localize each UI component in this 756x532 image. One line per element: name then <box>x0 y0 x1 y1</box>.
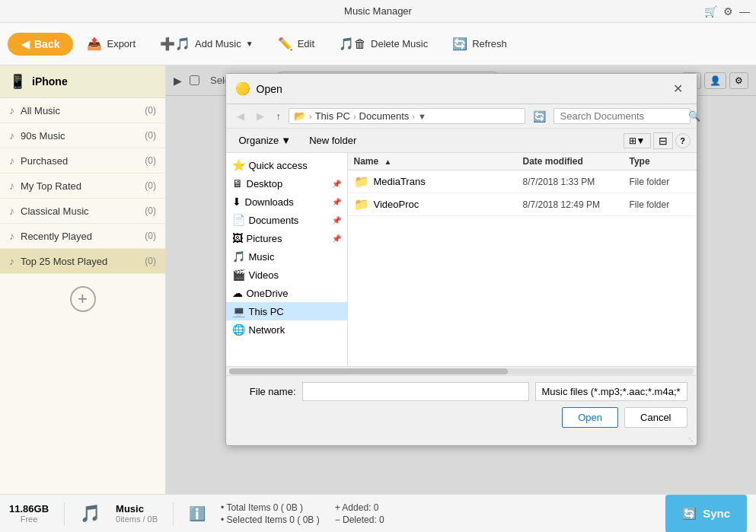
add-music-icon: ➕🎵 <box>160 37 190 51</box>
dialog-scrollbar[interactable] <box>226 366 697 375</box>
dialog-view-toggle-button[interactable]: ⊞▼ <box>624 133 651 148</box>
main-layout: 📱 iPhone ♪ All Music (0) ♪ 90s Music (0)… <box>0 65 756 494</box>
sidebar-label-top-25: Top 25 Most Played <box>21 256 145 267</box>
tree-label-desktop: Desktop <box>247 178 328 190</box>
tree-item-videos[interactable]: 🎬 Videos <box>226 266 347 284</box>
tree-item-desktop[interactable]: 🖥 Desktop 📌 <box>226 174 347 193</box>
tree-item-pictures[interactable]: 🖼 Pictures 📌 <box>226 229 347 247</box>
total-items-text: • Total Items 0 ( 0B ) <box>221 502 320 513</box>
sync-icon: 🔄 <box>682 507 697 521</box>
sidebar-count-top-25: (0) <box>145 256 156 266</box>
music-note-icon: ♪ <box>9 104 14 116</box>
breadcrumb-documents[interactable]: Documents <box>359 110 410 122</box>
this-pc-icon: 💻 <box>232 305 245 317</box>
nav-back-button[interactable]: ◀ <box>232 109 249 123</box>
dialog-close-button[interactable]: ✕ <box>668 80 687 97</box>
back-button[interactable]: ◀ Back <box>8 33 73 56</box>
filelist-row-videoproc[interactable]: 📁 VideoProc 8/7/2018 12:49 PM File folde… <box>348 193 697 216</box>
add-music-button[interactable]: ➕🎵 Add Music ▼ <box>149 32 264 56</box>
tree-item-music[interactable]: 🎵 Music <box>226 247 347 266</box>
sidebar-item-90s-music[interactable]: ♪ 90s Music (0) <box>0 123 165 148</box>
export-button[interactable]: 📤 Export <box>76 32 146 56</box>
export-icon: 📤 <box>87 37 102 51</box>
quick-access-icon: ⭐ <box>232 159 245 171</box>
tree-item-network[interactable]: 🌐 Network <box>226 320 347 339</box>
dialog-search-input[interactable] <box>560 110 688 122</box>
app-title: Music Manager <box>344 5 412 17</box>
nav-forward-button[interactable]: ▶ <box>252 109 269 123</box>
dialog-body: ⭐ Quick access 🖥 Desktop 📌 ⬇ Downloads 📌 <box>226 153 697 366</box>
dialog-cancel-button[interactable]: Cancel <box>624 407 687 428</box>
selected-items-text: • Selected Items 0 ( 0B ) <box>221 514 320 525</box>
sidebar-label-90s: 90s Music <box>21 130 145 142</box>
organize-label: Organize <box>239 135 279 146</box>
delete-music-icon: 🎵🗑 <box>339 37 366 51</box>
folder-icon-videoproc: 📁 <box>354 197 369 212</box>
tree-label-quick-access: Quick access <box>249 160 341 171</box>
music-info: Music 0items / 0B <box>116 503 158 524</box>
dialog-open-button[interactable]: Open <box>562 407 618 428</box>
tree-item-onedrive[interactable]: ☁ OneDrive <box>226 284 347 302</box>
cart-icon[interactable]: 🛒 <box>704 5 717 18</box>
tree-label-videos: Videos <box>249 269 341 281</box>
sidebar-item-all-music[interactable]: ♪ All Music (0) <box>0 98 165 123</box>
tree-item-downloads[interactable]: ⬇ Downloads 📌 <box>226 193 347 211</box>
purchased-icon: ♪ <box>9 155 14 167</box>
downloads-pin-icon: 📌 <box>332 198 341 206</box>
dialog-search-box: 🔍 <box>553 108 691 124</box>
dialog-footer: File name: Music files (*.mp3;*.aac;*.m4… <box>226 375 697 434</box>
minimize-button[interactable]: — <box>739 5 750 18</box>
breadcrumb-dropdown-button[interactable]: ▼ <box>418 112 426 121</box>
refresh-button[interactable]: 🔄 Refresh <box>442 32 518 56</box>
sync-button[interactable]: 🔄 Sync <box>665 495 747 533</box>
file-type-select[interactable]: Music files (*.mp3;*.aac;*.m4a;* <box>535 382 687 401</box>
breadcrumb-root: 📂 <box>294 110 306 122</box>
dialog-nav: ◀ ▶ ↑ 📂 › This PC › Documents › ▼ 🔄 <box>226 104 697 129</box>
sidebar-item-purchased[interactable]: ♪ Purchased (0) <box>0 148 165 174</box>
filelist-row-mediatrans[interactable]: 📁 MediaTrans 8/7/2018 1:33 PM File folde… <box>348 170 697 193</box>
delete-music-button[interactable]: 🎵🗑 Delete Music <box>328 32 439 56</box>
main-toolbar: ◀ Back 📤 Export ➕🎵 Add Music ▼ ✏️ Edit 🎵… <box>0 23 756 65</box>
desktop-icon: 🖥 <box>232 177 243 190</box>
nav-up-button[interactable]: ↑ <box>272 109 286 123</box>
sidebar-item-recently-played[interactable]: ♪ Recently Played (0) <box>0 224 165 249</box>
sidebar-label-classical: Classical Music <box>21 205 145 217</box>
storage-info: 11.86GB Free <box>9 503 49 524</box>
dialog-resize-handle[interactable]: ⤡ <box>226 434 697 445</box>
divider-2 <box>173 502 174 525</box>
tree-item-this-pc[interactable]: 💻 This PC <box>226 302 347 320</box>
dialog-preview-pane-button[interactable]: ⊟ <box>653 132 673 149</box>
tree-item-documents[interactable]: 📄 Documents 📌 <box>226 211 347 229</box>
classical-icon: ♪ <box>9 205 14 217</box>
col-name-header[interactable]: Name ▲ <box>354 156 523 167</box>
breadcrumb-this-pc[interactable]: This PC <box>315 110 350 122</box>
storage-size: 11.86GB <box>9 503 49 514</box>
sidebar-item-classical[interactable]: ♪ Classical Music (0) <box>0 199 165 224</box>
sidebar-item-top-25[interactable]: ♪ Top 25 Most Played (0) <box>0 249 165 274</box>
col-type-header[interactable]: Type <box>630 156 691 167</box>
tree-item-quick-access[interactable]: ⭐ Quick access <box>226 156 347 174</box>
sidebar-count-purchased: (0) <box>145 155 156 166</box>
status-details: • Total Items 0 ( 0B ) • Selected Items … <box>221 502 320 525</box>
file-name-input[interactable] <box>302 382 529 401</box>
dialog-refresh-button[interactable]: 🔄 <box>528 109 550 124</box>
new-folder-label: New folder <box>309 135 356 146</box>
settings-icon[interactable]: ⚙ <box>723 5 733 18</box>
new-folder-button[interactable]: New folder <box>302 132 363 149</box>
sidebar-count-top-rated: (0) <box>145 180 156 191</box>
added-text: + Added: 0 <box>335 502 384 513</box>
col-date-header[interactable]: Date modified <box>523 156 630 167</box>
tree-label-network: Network <box>249 324 341 336</box>
device-icon: 📱 <box>9 73 26 90</box>
organize-button[interactable]: Organize ▼ <box>232 132 298 149</box>
sidebar-item-top-rated[interactable]: ♪ My Top Rated (0) <box>0 174 165 199</box>
edit-button[interactable]: ✏️ Edit <box>267 32 325 56</box>
desktop-pin-icon: 📌 <box>332 180 341 188</box>
sidebar-label-recently-played: Recently Played <box>21 231 145 242</box>
file-name-videoproc: VideoProc <box>374 199 523 210</box>
add-playlist-button[interactable]: + <box>70 286 96 312</box>
downloads-icon: ⬇ <box>232 196 241 208</box>
music-label: Music <box>116 503 158 514</box>
top-rated-icon: ♪ <box>9 180 14 192</box>
dialog-help-button[interactable]: ? <box>675 133 691 148</box>
